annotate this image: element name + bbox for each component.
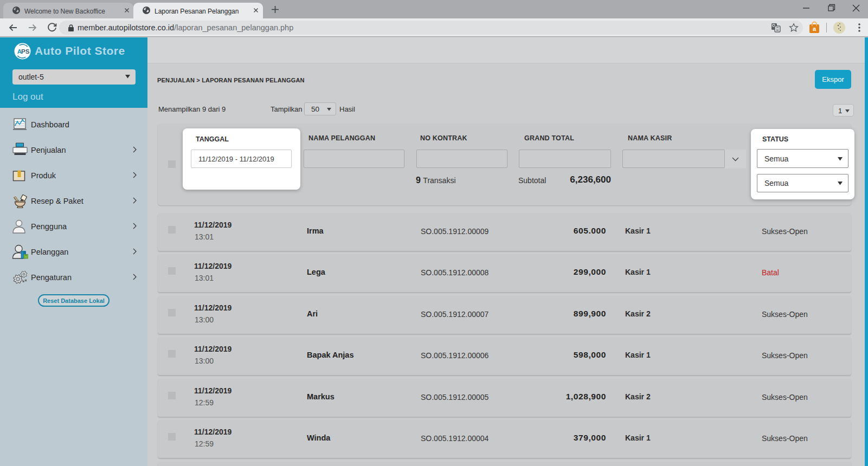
svg-text:a: a xyxy=(813,25,816,32)
svg-text:PS: PS xyxy=(21,48,30,55)
